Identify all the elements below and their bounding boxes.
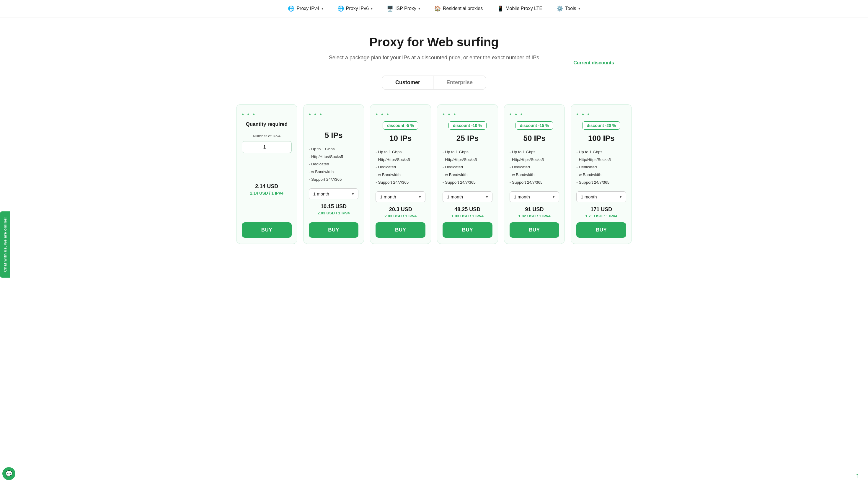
discount-badge-4: discount -20 % [582, 121, 620, 130]
proxy-ipv6-chevron: ▾ [371, 6, 373, 11]
dropdown-arrow-1: ▾ [419, 194, 421, 199]
card-ip-count-1: 10 IPs [376, 134, 426, 143]
card-total-3: 91 USD [509, 206, 559, 213]
quantity-card-title: Quantity required [242, 121, 292, 127]
plan-buy-button-1[interactable]: BUY [376, 222, 426, 238]
chat-bubble[interactable]: Chat with us, we are online! [0, 211, 10, 268]
card-ip-count-0: 5 IPs [309, 131, 359, 140]
card-dots-4: • • • [576, 111, 626, 118]
period-dropdown-4[interactable]: 1 month ▾ [576, 191, 626, 202]
plan-card-2: • • • discount -10 % 25 IPs - Up to 1 Gb… [437, 104, 498, 244]
proxy-ipv6-label: Proxy IPv6 [346, 6, 369, 11]
period-dropdown-2[interactable]: 1 month ▾ [442, 191, 492, 202]
quantity-sublabel: Number of IPv4 [242, 134, 292, 138]
card-total-4: 171 USD [576, 206, 626, 213]
dropdown-arrow-4: ▾ [620, 194, 622, 199]
nav-item-mobile-lte[interactable]: 📱 Mobile Proxy LTE [497, 5, 542, 12]
card-dots-0: • • • [309, 111, 359, 118]
plan-card-0: • • • 5 IPs - Up to 1 Gbps- Http/Https/S… [303, 104, 364, 244]
dropdown-arrow-0: ▾ [352, 192, 354, 196]
header-row: Proxy for Web surfing Select a package p… [236, 35, 632, 61]
card-dots-3: • • • [509, 111, 559, 118]
period-label-3: 1 month [514, 194, 530, 199]
nav-item-proxy-ipv6[interactable]: 🌐 Proxy IPv6 ▾ [337, 5, 373, 12]
nav-item-tools[interactable]: ⚙️ Tools ▾ [557, 5, 580, 12]
discount-badge-1: discount -5 % [383, 121, 418, 130]
mobile-lte-label: Mobile Proxy LTE [505, 6, 542, 11]
card-ip-count-3: 50 IPs [509, 134, 559, 143]
quantity-per-ip: 2.14 USD / 1 IPv4 [242, 191, 292, 195]
proxy-ipv4-chevron: ▾ [321, 6, 323, 11]
discount-badge-3: discount -15 % [516, 121, 554, 130]
quantity-buy-button[interactable]: BUY [242, 222, 292, 238]
residential-icon: 🏠 [434, 5, 441, 12]
tabs: Customer Enterprise [382, 75, 486, 89]
cards-container: • • • Quantity required Number of IPv4 2… [236, 104, 632, 244]
quantity-price: 2.14 USD [242, 183, 292, 190]
card-per-ip-2: 1.93 USD / 1 IPv4 [442, 214, 492, 218]
plan-buy-button-0[interactable]: BUY [309, 222, 359, 238]
card-dots-1: • • • [376, 111, 426, 118]
card-ip-count-4: 100 IPs [576, 134, 626, 143]
card-features-4: - Up to 1 Gbps- Http/Https/Socks5- Dedic… [576, 148, 626, 186]
card-total-0: 10.15 USD [309, 204, 359, 210]
nav-item-residential[interactable]: 🏠 Residential proxies [434, 5, 483, 12]
card-dots-2: • • • [442, 111, 492, 118]
dropdown-arrow-2: ▾ [486, 194, 488, 199]
card-total-2: 48.25 USD [442, 206, 492, 213]
tab-enterprise[interactable]: Enterprise [433, 76, 486, 89]
main-content: Proxy for Web surfing Select a package p… [224, 18, 644, 268]
tab-customer[interactable]: Customer [382, 76, 433, 89]
plan-buy-button-2[interactable]: BUY [442, 222, 492, 238]
tools-chevron: ▾ [578, 6, 580, 11]
tools-icon: ⚙️ [557, 5, 563, 12]
dropdown-arrow-3: ▾ [553, 194, 555, 199]
residential-label: Residential proxies [443, 6, 483, 11]
discounts-link[interactable]: Current discounts [574, 60, 614, 66]
card-per-ip-1: 2.03 USD / 1 IPv4 [376, 214, 426, 218]
plan-buy-button-4[interactable]: BUY [576, 222, 626, 238]
plan-buy-button-3[interactable]: BUY [509, 222, 559, 238]
card-features-0: - Up to 1 Gbps- Http/Https/Socks5- Dedic… [309, 145, 359, 183]
plan-card-4: • • • discount -20 % 100 IPs - Up to 1 G… [571, 104, 632, 244]
proxy-ipv4-icon: 🌐 [288, 5, 294, 12]
isp-proxy-chevron: ▾ [418, 6, 420, 11]
period-label-1: 1 month [380, 194, 396, 199]
card-per-ip-3: 1.82 USD / 1 IPv4 [509, 214, 559, 218]
quantity-input[interactable] [242, 141, 292, 153]
nav-item-isp-proxy[interactable]: 🖥️ ISP Proxy ▾ [387, 5, 420, 12]
card-total-1: 20.3 USD [376, 206, 426, 213]
mobile-lte-icon: 📱 [497, 5, 503, 12]
card-per-ip-0: 2.03 USD / 1 IPv4 [309, 211, 359, 215]
proxy-ipv6-icon: 🌐 [337, 5, 344, 12]
quantity-card-dots: • • • [242, 111, 292, 118]
proxy-ipv4-label: Proxy IPv4 [297, 6, 319, 11]
plan-card-1: • • • discount -5 % 10 IPs - Up to 1 Gbp… [370, 104, 431, 244]
card-features-2: - Up to 1 Gbps- Http/Https/Socks5- Dedic… [442, 148, 492, 186]
period-label-2: 1 month [447, 194, 463, 199]
period-label-0: 1 month [313, 191, 329, 196]
navbar: 🌐 Proxy IPv4 ▾ 🌐 Proxy IPv6 ▾ 🖥️ ISP Pro… [0, 0, 868, 18]
isp-proxy-icon: 🖥️ [387, 5, 393, 12]
card-features-1: - Up to 1 Gbps- Http/Https/Socks5- Dedic… [376, 148, 426, 186]
period-dropdown-3[interactable]: 1 month ▾ [509, 191, 559, 202]
isp-proxy-label: ISP Proxy [395, 6, 416, 11]
page-title: Proxy for Web surfing [236, 35, 632, 49]
tabs-wrapper: Customer Enterprise [236, 75, 632, 89]
page-subtitle: Select a package plan for your IPs at a … [236, 55, 632, 61]
card-ip-count-2: 25 IPs [442, 134, 492, 143]
tools-label: Tools [565, 6, 576, 11]
period-label-4: 1 month [581, 194, 597, 199]
card-features-3: - Up to 1 Gbps- Http/Https/Socks5- Dedic… [509, 148, 559, 186]
period-dropdown-0[interactable]: 1 month ▾ [309, 188, 359, 199]
page-header: Proxy for Web surfing Select a package p… [236, 35, 632, 61]
plan-card-3: • • • discount -15 % 50 IPs - Up to 1 Gb… [504, 104, 565, 244]
period-dropdown-1[interactable]: 1 month ▾ [376, 191, 426, 202]
discount-badge-2: discount -10 % [448, 121, 487, 130]
nav-item-proxy-ipv4[interactable]: 🌐 Proxy IPv4 ▾ [288, 5, 323, 12]
quantity-card: • • • Quantity required Number of IPv4 2… [236, 104, 297, 244]
card-per-ip-4: 1.71 USD / 1 IPv4 [576, 214, 626, 218]
